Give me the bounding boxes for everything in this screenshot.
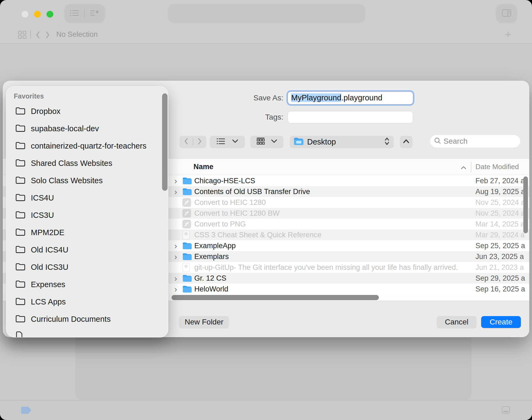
- file-name: ExampleApp: [194, 242, 236, 250]
- inspector-panel-icon: [502, 9, 511, 18]
- close-window-button[interactable]: [22, 11, 28, 18]
- sidebar-item[interactable]: Curriculum Documents: [6, 310, 168, 328]
- search-field[interactable]: Search: [430, 135, 520, 148]
- related-items-icon[interactable]: [18, 30, 27, 40]
- back-icon[interactable]: [184, 137, 188, 146]
- sidebar-item-label: Dropbox: [31, 107, 61, 116]
- sidebar-item-label: Old ICS4U: [31, 245, 68, 254]
- sidebar-item[interactable]: supabase-local-dev: [6, 120, 168, 137]
- horizontal-scrollbar-thumb[interactable]: [172, 295, 379, 300]
- location-value: Desktop: [307, 137, 381, 146]
- filename-extension-text: .playground: [341, 93, 382, 102]
- filename-input[interactable]: MyPlayground.playground: [288, 91, 413, 104]
- folder-icon: [15, 262, 25, 272]
- folder-icon: [15, 314, 25, 324]
- folder-icon: [182, 177, 194, 185]
- forward-icon[interactable]: [198, 137, 202, 146]
- disclosure-icon[interactable]: ›: [174, 241, 182, 251]
- save-as-label: Save As:: [225, 93, 283, 103]
- minimize-window-button[interactable]: [34, 11, 41, 18]
- location-popup[interactable]: Desktop: [290, 136, 394, 148]
- file-name: Chicago-HSE-LCS: [194, 177, 255, 185]
- ai-assistant-icon[interactable]: [90, 9, 100, 18]
- sidebar-item-partial[interactable]: [6, 328, 168, 337]
- folder-icon: [15, 280, 25, 289]
- list-navigator-icon[interactable]: [70, 9, 79, 18]
- file-date-modified: Feb 27, 2024 a: [475, 177, 525, 185]
- folder-icon: [15, 159, 25, 168]
- parent-folder-button[interactable]: [400, 136, 412, 148]
- back-icon[interactable]: [35, 31, 41, 40]
- sidebar-item-label: Curriculum Documents: [31, 315, 111, 324]
- popover-scrollbar-thumb[interactable]: [162, 93, 168, 191]
- search-placeholder: Search: [444, 137, 468, 146]
- chevron-down-icon: [232, 139, 238, 145]
- create-button[interactable]: Create: [481, 316, 521, 328]
- sidebar-item[interactable]: Old ICS4U: [6, 241, 168, 258]
- forward-icon[interactable]: [45, 31, 50, 40]
- view-mode-dropdown[interactable]: [210, 136, 245, 148]
- folder-icon: [182, 188, 194, 196]
- debug-area-toggle-icon[interactable]: [501, 406, 510, 415]
- vertical-scrollbar-thumb[interactable]: [523, 176, 528, 233]
- file-date-modified: Sep 25, 2025 a: [475, 242, 525, 250]
- folder-icon: [15, 176, 25, 185]
- sidebar-item[interactable]: containerized-quartz-for-teachers: [6, 137, 168, 155]
- sidebar-item[interactable]: MPM2DE: [6, 224, 168, 241]
- new-folder-button[interactable]: New Folder: [179, 316, 229, 328]
- cancel-button[interactable]: Cancel: [437, 316, 477, 328]
- add-tab-icon[interactable]: +: [505, 28, 511, 41]
- column-divider[interactable]: [471, 162, 471, 172]
- sidebar-item[interactable]: Old ICS3U: [6, 258, 168, 276]
- sidebar-item-label: MPM2DE: [31, 228, 64, 237]
- sidebar-item[interactable]: Expenses: [6, 276, 168, 293]
- disclosure-icon[interactable]: ›: [174, 187, 182, 196]
- toolbar-divider: [84, 9, 85, 18]
- sidebar-item[interactable]: ICS4U: [6, 189, 168, 206]
- sidebar-item[interactable]: Shared Class Websites: [6, 155, 168, 172]
- file-name: Convert to HEIC 1280: [194, 198, 266, 207]
- disclosure-icon[interactable]: ›: [174, 252, 182, 261]
- favorites-list: Dropbox supabase-local-dev: [6, 103, 168, 328]
- favorites-popover: Favorites Dropbox: [6, 86, 168, 337]
- toolbar-status-pill[interactable]: [168, 4, 365, 23]
- folder-icon: [15, 211, 25, 220]
- list-view-icon: [216, 137, 225, 146]
- chevron-down-icon: [271, 139, 277, 145]
- document-icon: [15, 331, 24, 337]
- document-icon: [182, 263, 194, 272]
- file-date-modified: Nov 25, 2024 a: [475, 198, 525, 207]
- zoom-window-button[interactable]: [47, 11, 53, 18]
- sidebar-item-label: Old ICS3U: [31, 263, 68, 272]
- filename-selected-text: MyPlayground: [291, 93, 341, 102]
- sidebar-item[interactable]: ICS3U: [6, 206, 168, 224]
- file-name: Convert to HEIC 1280 BW: [194, 209, 280, 218]
- breadcrumb: No Selection: [56, 30, 98, 39]
- file-date-modified: Jun 21, 2023 a: [475, 263, 524, 272]
- folder-icon: [182, 274, 194, 282]
- disclosure-icon[interactable]: ›: [174, 273, 182, 283]
- folder-icon: [15, 245, 25, 255]
- statusbar-divider: [0, 400, 532, 401]
- history-button-group: [180, 136, 206, 148]
- group-by-dropdown[interactable]: [250, 136, 283, 148]
- column-header-name[interactable]: Name: [193, 159, 214, 175]
- search-icon: [434, 137, 441, 146]
- file-date-modified: Nov 25, 2024 a: [475, 209, 525, 218]
- sidebar-item[interactable]: LCS Apps: [6, 293, 168, 310]
- disclosure-icon[interactable]: ›: [174, 284, 182, 294]
- sidebar-item-label: Expenses: [31, 280, 65, 289]
- desktop-folder-icon: [294, 137, 304, 147]
- sort-ascending-icon[interactable]: [461, 166, 467, 170]
- group-view-icon: [256, 137, 265, 146]
- tags-input[interactable]: [288, 111, 413, 123]
- sidebar-item[interactable]: Solo Class Websites: [6, 172, 168, 189]
- disclosure-icon[interactable]: ›: [174, 176, 182, 186]
- jump-bar-divider: [30, 30, 31, 38]
- file-date-modified: Mar 14, 2025 a: [475, 220, 525, 228]
- inspector-toggle-button[interactable]: [496, 4, 517, 23]
- column-header-date-modified[interactable]: Date Modified: [475, 159, 519, 175]
- file-name: Gr. 12 CS: [194, 274, 226, 283]
- document-icon: [182, 231, 194, 239]
- sidebar-item[interactable]: Dropbox: [6, 103, 168, 120]
